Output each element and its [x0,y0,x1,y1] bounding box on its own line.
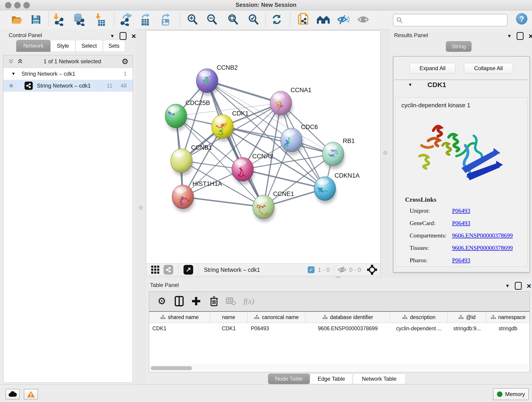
cloud-icon [8,391,17,397]
tab-network-table[interactable]: Network Table [353,374,405,384]
table-row[interactable]: CDK1 CDK1 P06493 9606.ENSP00000378699 cy… [149,323,530,334]
cell-namespace[interactable]: stringdb [486,325,530,332]
cell-canonical-name[interactable]: P06493 [248,325,305,332]
protein-expand-triangle-icon[interactable]: ▼ [408,82,412,87]
zoom-fit-button[interactable] [226,12,240,27]
tab-edge-table[interactable]: Edge Table [310,374,353,384]
grid-view-icon[interactable] [151,265,160,274]
show-all-button[interactable] [356,12,370,27]
network-options-gear-icon[interactable]: ⚙ [122,57,128,65]
panel-float-icon[interactable] [517,32,524,40]
panel-float-icon[interactable] [515,282,522,290]
crosslink-link[interactable]: 9606.ENSP00000378699 [452,232,513,239]
expand-all-chevrons-icon[interactable] [8,58,14,64]
network-graph[interactable]: CCNB2CCNA1CDC25BCDK1CDC6RB1CCNB1CCNA2CDK… [146,31,380,263]
panel-close-icon[interactable]: × [132,33,136,39]
hide-selected-button[interactable] [336,12,350,27]
tab-string[interactable]: String [446,41,472,52]
zoom-selected-button[interactable] [246,12,261,27]
table-settings-gear-icon[interactable]: ⚙ [155,294,169,308]
column-header-shared-name[interactable]: shared name [149,312,210,323]
network-share-badge[interactable] [164,265,173,274]
export-network-button[interactable] [119,12,133,27]
column-header-database-identifier[interactable]: database identifier [305,312,390,323]
delete-column-trash-icon[interactable] [207,294,221,308]
crosslink-link[interactable]: P06493 [452,220,470,227]
tree-column-icon [491,315,496,320]
memory-button[interactable]: Memory [493,388,529,400]
export-table-button[interactable] [138,12,152,27]
table-horizontal-scrollbar[interactable] [149,365,529,371]
duplicate-network-button[interactable] [296,12,310,27]
panel-close-icon[interactable]: × [527,283,531,288]
tab-node-table[interactable]: Node Table [268,374,310,384]
tab-network[interactable]: Network [16,40,51,52]
collapse-all-chevrons-icon[interactable] [17,58,23,64]
vertical-splitter-handle-right[interactable] [383,151,387,155]
network-edge[interactable] [243,169,325,189]
refresh-icon [271,14,283,25]
network-canvas[interactable]: CCNB2CCNA1CDC25BCDK1CDC6RB1CCNB1CCNA2CDK… [146,31,380,264]
import-network-from-file-button[interactable] [51,12,66,27]
cell-id[interactable]: stringdb:9... [448,325,486,332]
panel-collapse-icon[interactable]: ▼ [505,283,510,288]
open-session-button[interactable] [10,12,24,27]
clear-table-icon-disabled [224,294,238,308]
zoom-in-button[interactable] [185,12,200,27]
network-row[interactable]: String Network – cdk1 11 48 [3,80,133,92]
tab-select[interactable]: Select [75,40,103,52]
column-header-canonical-name[interactable]: canonical name [248,312,305,323]
open-in-new-window-button[interactable] [184,265,193,274]
open-folder-icon [11,14,23,25]
network-collection-row[interactable]: ▼ String Network – cdk1 1 [3,68,133,80]
first-neighbors-button[interactable] [316,12,331,27]
tab-sets[interactable]: Sets [103,40,125,52]
save-session-button[interactable] [29,12,43,27]
panel-collapse-icon[interactable]: ▼ [110,33,114,39]
network-node-label: HIST1H1A [192,180,222,187]
crosslink-link[interactable]: P06493 [452,257,470,264]
toolbar-separator [49,13,49,26]
function-builder-icon-disabled: f(x) [242,294,256,308]
zoom-out-button[interactable] [205,12,219,27]
help-button[interactable]: ? [516,13,527,25]
cloud-status-button[interactable] [6,389,20,400]
import-network-from-database-button[interactable] [71,12,86,27]
collection-expand-triangle-icon[interactable]: ▼ [11,71,16,76]
export-image-button[interactable] [158,12,172,27]
network-type-badge [25,82,33,90]
expand-all-button[interactable]: Expand All [410,63,455,74]
scrollbar-thumb[interactable] [151,366,192,370]
panel-close-icon[interactable]: × [529,33,532,39]
warnings-button[interactable] [24,389,38,400]
import-table-from-file-button[interactable] [93,12,108,27]
column-header-description[interactable]: description [390,312,448,323]
network-node-label: CCNB2 [217,64,238,71]
vertical-splitter-handle-left[interactable] [139,206,143,210]
cell-shared-name[interactable]: CDK1 [149,325,210,332]
column-header-id[interactable]: @id [448,312,486,323]
column-header-namespace[interactable]: namespace [486,312,530,323]
cell-description[interactable]: cyclin-dependent ... [390,325,448,332]
show-columns-icon[interactable] [172,294,186,308]
selected-count-checkbox[interactable]: ✓ [308,266,315,273]
add-column-icon[interactable] [189,294,203,308]
collapse-all-button[interactable]: Collapse All [464,63,513,74]
panel-collapse-icon[interactable]: ▼ [507,33,512,39]
toolbar-separator [265,13,266,26]
tab-style[interactable]: Style [51,40,75,52]
crosslink-label: Tissues: [410,245,452,251]
network-edge[interactable] [183,197,264,207]
column-header-name[interactable]: name [210,312,248,323]
refresh-button[interactable] [269,12,284,27]
search-input[interactable] [405,17,507,24]
zoom-in-icon [186,13,198,26]
network-edge[interactable] [207,81,264,207]
crosshair-icon[interactable] [367,265,377,275]
zoom-selected-icon [247,13,259,26]
cell-database-identifier[interactable]: 9606.ENSP00000378699 [305,325,390,332]
panel-float-icon[interactable] [120,32,127,40]
crosslink-link[interactable]: 9606.ENSP00000378699 [452,245,513,251]
crosslink-link[interactable]: P06493 [452,207,470,214]
cell-name[interactable]: CDK1 [210,325,248,332]
